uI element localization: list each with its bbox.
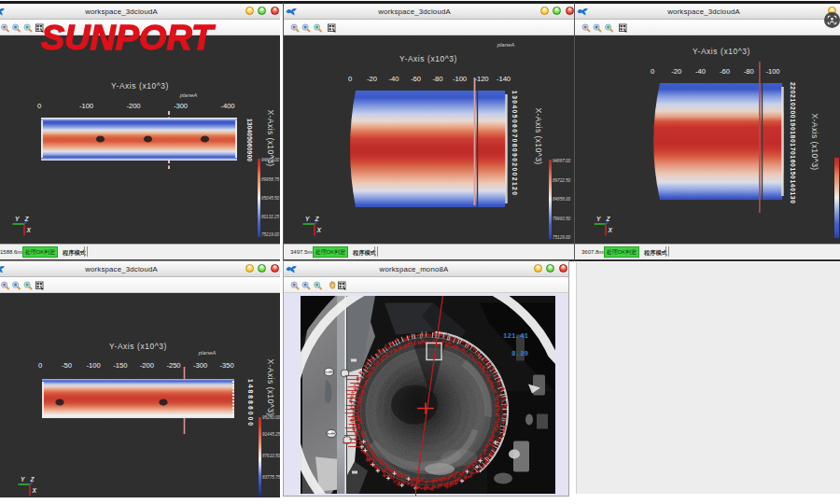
svg-text:-120: -120 <box>474 75 488 83</box>
svg-text:-100: -100 <box>453 75 467 83</box>
svg-text:Y-Axis (x10^3): Y-Axis (x10^3) <box>109 342 167 351</box>
svg-text:-100: -100 <box>79 102 93 110</box>
svg-text:planeA: planeA <box>198 350 217 356</box>
svg-text:Y-Axis (x10^3): Y-Axis (x10^3) <box>693 47 750 56</box>
svg-text:75129.00: 75129.00 <box>553 235 571 240</box>
svg-text:0: 0 <box>37 102 41 110</box>
svg-text:94870.00: 94870.00 <box>261 158 280 162</box>
svg-text:Y-Axis (x10^3): Y-Axis (x10^3) <box>399 54 457 63</box>
svg-text:85045.50: 85045.50 <box>261 196 280 201</box>
svg-text:-200: -200 <box>140 361 154 370</box>
svg-text:-100: -100 <box>87 361 101 370</box>
svg-text:148886000: 148886000 <box>247 379 254 426</box>
svg-text:89958.75: 89958.75 <box>261 177 280 182</box>
svg-text:83775.75: 83775.75 <box>262 475 280 480</box>
svg-text:94887.00: 94887.00 <box>553 159 571 163</box>
svg-text:Y: Y <box>21 476 25 483</box>
svg-text:X: X <box>26 227 32 233</box>
svg-text:75219.00: 75219.00 <box>261 232 280 237</box>
svg-text:-100: -100 <box>765 67 779 76</box>
svg-text:-60: -60 <box>411 75 421 83</box>
svg-text:Y: Y <box>15 216 20 222</box>
svg-text:-60: -60 <box>720 67 730 76</box>
svg-text:Y-Axis (x10^3): Y-Axis (x10^3) <box>111 81 169 91</box>
svg-text:-400: -400 <box>220 102 234 110</box>
svg-text:planeA: planeA <box>497 42 515 48</box>
svg-text:1304050607080902002120: 1304050607080902002120 <box>511 91 518 195</box>
svg-text:X-Axis (x10^3): X-Axis (x10^3) <box>266 358 275 415</box>
svg-text:-300: -300 <box>193 361 207 370</box>
svg-text:0: 0 <box>38 361 42 370</box>
svg-text:95280.00: 95280.00 <box>262 415 280 420</box>
svg-text:X: X <box>32 487 37 494</box>
svg-text:-20: -20 <box>671 67 681 76</box>
svg-text:89722.50: 89722.50 <box>553 178 571 183</box>
svg-text:Z: Z <box>315 216 320 222</box>
svg-text:X-Axis (x10^3): X-Axis (x10^3) <box>810 113 819 170</box>
svg-text:Z: Z <box>24 216 30 222</box>
svg-text:-50: -50 <box>62 361 72 370</box>
svg-text:-80: -80 <box>433 75 443 83</box>
svg-text:121.41: 121.41 <box>502 331 528 339</box>
svg-text:8.39: 8.39 <box>511 349 528 357</box>
svg-text:220210200190180170160150140130: 220210200190180170160150140130 <box>790 82 796 203</box>
svg-text:X: X <box>608 227 613 233</box>
svg-text:84858.00: 84858.00 <box>553 197 571 202</box>
svg-text:-40: -40 <box>389 75 399 83</box>
svg-text:-200: -200 <box>126 102 140 110</box>
svg-text:-350: -350 <box>220 361 234 370</box>
svg-text:79993.50: 79993.50 <box>553 217 571 221</box>
svg-text:-140: -140 <box>497 75 511 83</box>
svg-text:Y: Y <box>596 216 601 222</box>
svg-text:X: X <box>316 227 322 233</box>
svg-text:-20: -20 <box>367 75 377 83</box>
svg-text:-80: -80 <box>744 67 754 76</box>
svg-text:Z: Z <box>30 476 35 483</box>
svg-text:-250: -250 <box>166 361 180 370</box>
svg-text:planeA: planeA <box>179 92 198 98</box>
svg-text:87610.50: 87610.50 <box>262 454 280 458</box>
svg-text:91445.25: 91445.25 <box>262 432 280 437</box>
svg-text:80132.25: 80132.25 <box>261 215 280 219</box>
svg-text:-300: -300 <box>174 102 188 110</box>
svg-text:130405060900: 130405060900 <box>246 119 253 161</box>
svg-text:-40: -40 <box>695 67 706 76</box>
svg-text:Z: Z <box>606 216 611 222</box>
svg-text:X-Axis (x10^3): X-Axis (x10^3) <box>534 107 543 164</box>
svg-text:0: 0 <box>348 75 352 83</box>
svg-text:0: 0 <box>651 67 654 76</box>
svg-text:-150: -150 <box>113 361 127 370</box>
svg-text:Y: Y <box>305 216 310 222</box>
